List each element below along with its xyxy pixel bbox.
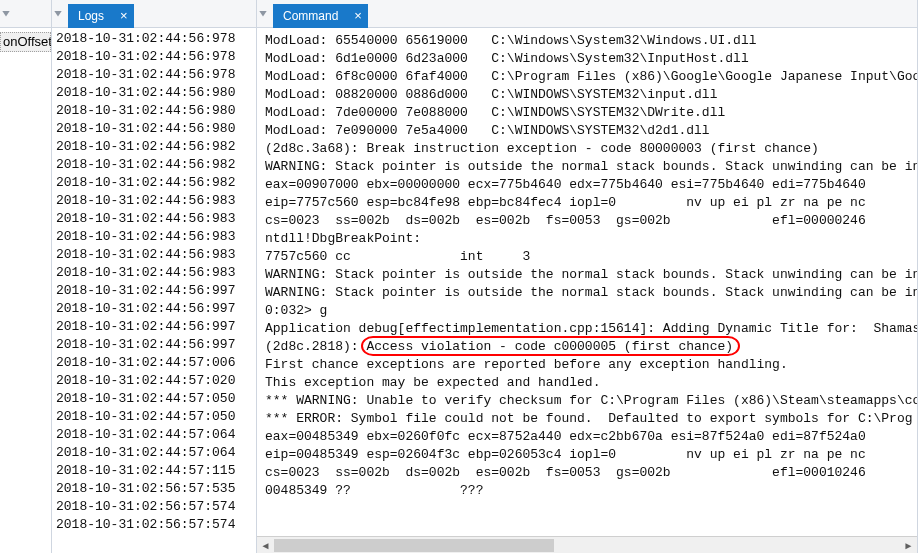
command-line: ntdll!DbgBreakPoint: [265, 230, 917, 248]
command-line: *** WARNING: Unable to verify checksum f… [265, 392, 917, 410]
log-line: 2018-10-31:02:44:56:983 [56, 264, 256, 282]
command-line: *** ERROR: Symbol file could not be foun… [265, 410, 917, 428]
log-line: 2018-10-31:02:44:57:050 [56, 390, 256, 408]
left-tabbar [0, 0, 51, 28]
command-line: (2d8c.2818): Access violation - code c00… [265, 338, 917, 356]
command-line: eip=00485349 esp=02604f3c ebp=026053c4 i… [265, 446, 917, 464]
log-line: 2018-10-31:02:44:56:983 [56, 228, 256, 246]
command-column: Command × ModLoad: 65540000 65619000 C:\… [257, 0, 918, 553]
log-line: 2018-10-31:02:44:56:978 [56, 66, 256, 84]
log-line: 2018-10-31:02:44:56:980 [56, 84, 256, 102]
log-line: 2018-10-31:02:44:56:997 [56, 300, 256, 318]
log-line: 2018-10-31:02:56:57:574 [56, 498, 256, 516]
log-line: 2018-10-31:02:44:56:997 [56, 318, 256, 336]
command-line: cs=0023 ss=002b ds=002b es=002b fs=0053 … [265, 212, 917, 230]
command-line: 0:032> g [265, 302, 917, 320]
log-line: 2018-10-31:02:44:56:982 [56, 156, 256, 174]
log-line: 2018-10-31:02:44:56:982 [56, 138, 256, 156]
command-tabbar: Command × [257, 0, 917, 28]
log-line: 2018-10-31:02:44:57:050 [56, 408, 256, 426]
log-line: 2018-10-31:02:44:56:982 [56, 174, 256, 192]
command-line: 00485349 ?? ??? [265, 482, 917, 500]
log-line: 2018-10-31:02:44:56:978 [56, 48, 256, 66]
log-line: 2018-10-31:02:44:56:997 [56, 282, 256, 300]
app-root: onOffset Logs × 2018-10-31:02:44:56:9782… [0, 0, 918, 553]
log-line: 2018-10-31:02:44:56:983 [56, 192, 256, 210]
command-line: First chance exceptions are reported bef… [265, 356, 917, 374]
tab-logs[interactable]: Logs × [68, 4, 134, 28]
command-line: WARNING: Stack pointer is outside the no… [265, 284, 917, 302]
command-line: eip=7757c560 esp=bc84fe98 ebp=bc84fec4 i… [265, 194, 917, 212]
command-line: ModLoad: 6d1e0000 6d23a000 C:\Windows\Sy… [265, 50, 917, 68]
scroll-left-icon[interactable]: ◄ [257, 537, 274, 554]
logs-list: 2018-10-31:02:44:56:9782018-10-31:02:44:… [52, 28, 256, 534]
command-line: ModLoad: 65540000 65619000 C:\Windows\Sy… [265, 32, 917, 50]
left-column: onOffset [0, 0, 52, 553]
command-content[interactable]: ModLoad: 65540000 65619000 C:\Windows\Sy… [257, 28, 917, 553]
tab-label: Logs [78, 9, 104, 23]
log-line: 2018-10-31:02:44:56:983 [56, 210, 256, 228]
left-list[interactable]: onOffset [0, 28, 51, 52]
log-line: 2018-10-31:02:44:56:980 [56, 102, 256, 120]
horizontal-scrollbar[interactable]: ◄ ► [257, 536, 917, 553]
log-line: 2018-10-31:02:56:57:535 [56, 480, 256, 498]
drag-handle-icon[interactable] [54, 5, 64, 23]
command-line: WARNING: Stack pointer is outside the no… [265, 266, 917, 284]
log-line: 2018-10-31:02:44:56:983 [56, 246, 256, 264]
log-line: 2018-10-31:02:44:56:980 [56, 120, 256, 138]
tab-label: Command [283, 9, 338, 23]
logs-tabbar: Logs × [52, 0, 256, 28]
log-line: 2018-10-31:02:44:57:064 [56, 444, 256, 462]
tab-command[interactable]: Command × [273, 4, 368, 28]
command-line: eax=00907000 ebx=00000000 ecx=775b4640 e… [265, 176, 917, 194]
log-line: 2018-10-31:02:44:56:978 [56, 30, 256, 48]
scroll-track[interactable] [274, 537, 900, 553]
close-icon[interactable]: × [354, 9, 362, 22]
drag-handle-icon[interactable] [259, 5, 269, 23]
command-line: This exception may be expected and handl… [265, 374, 917, 392]
log-line: 2018-10-31:02:44:56:997 [56, 336, 256, 354]
drag-handle-icon[interactable] [2, 5, 12, 23]
command-line: ModLoad: 7de00000 7e088000 C:\WINDOWS\SY… [265, 104, 917, 122]
command-output: ModLoad: 65540000 65619000 C:\Windows\Sy… [257, 28, 917, 536]
left-content: onOffset [0, 28, 51, 553]
list-item[interactable]: onOffset [0, 32, 51, 52]
command-line: eax=00485349 ebx=0260f0fc ecx=8752a440 e… [265, 428, 917, 446]
command-line: WARNING: Stack pointer is outside the no… [265, 158, 917, 176]
log-line: 2018-10-31:02:56:57:574 [56, 516, 256, 534]
command-line: ModLoad: 08820000 0886d000 C:\WINDOWS\SY… [265, 86, 917, 104]
command-line: ModLoad: 6f8c0000 6faf4000 C:\Program Fi… [265, 68, 917, 86]
log-line: 2018-10-31:02:44:57:006 [56, 354, 256, 372]
scroll-right-icon[interactable]: ► [900, 537, 917, 554]
log-line: 2018-10-31:02:44:57:064 [56, 426, 256, 444]
command-line: (2d8c.3a68): Break instruction exception… [265, 140, 917, 158]
command-line: Application debug[effectimplementation.c… [265, 320, 917, 338]
log-line: 2018-10-31:02:44:57:115 [56, 462, 256, 480]
log-line: 2018-10-31:02:44:57:020 [56, 372, 256, 390]
logs-content[interactable]: 2018-10-31:02:44:56:9782018-10-31:02:44:… [52, 28, 256, 553]
logs-column: Logs × 2018-10-31:02:44:56:9782018-10-31… [52, 0, 257, 553]
command-line: cs=0023 ss=002b ds=002b es=002b fs=0053 … [265, 464, 917, 482]
command-line: 7757c560 cc int 3 [265, 248, 917, 266]
close-icon[interactable]: × [120, 9, 128, 22]
scroll-thumb[interactable] [274, 539, 554, 552]
command-line: ModLoad: 7e090000 7e5a4000 C:\WINDOWS\SY… [265, 122, 917, 140]
